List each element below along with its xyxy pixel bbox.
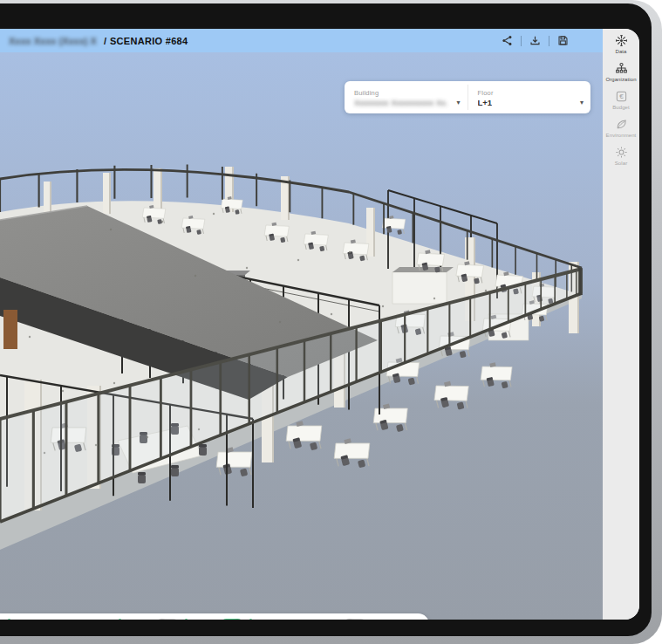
green-separator [185, 619, 188, 620]
building-select[interactable]: Building Xxxxxxxx Xxxxxxxxxx Xx. ▾ [345, 81, 467, 113]
sidebar-item-label: Budget [612, 105, 630, 110]
macro-toggle[interactable] [156, 619, 179, 620]
sidebar-item-label: Solar [615, 161, 628, 166]
building-value: Xxxxxxxx Xxxxxxxxxx Xx. [354, 98, 448, 107]
tablet-device-frame: Building Xxxxxxxx Xxxxxxxxxx Xx. ▾ Floor… [0, 0, 662, 644]
screenshot-stage: Building Xxxxxxxx Xxxxxxxxxx Xx. ▾ Floor… [0, 0, 662, 644]
view-toolbar: View 2D 3D 4D Macro Micro General arrang… [0, 613, 429, 620]
sidebar-item-label: Environment [606, 133, 637, 138]
action-divider [521, 36, 522, 46]
svg-text:€: € [619, 92, 624, 100]
green-separator [8, 619, 10, 620]
sidebar-item-environment[interactable]: Environment [603, 118, 639, 138]
micro-toggle[interactable] [221, 619, 243, 620]
green-separator [119, 619, 121, 620]
building-label: Building [354, 89, 461, 97]
download-icon[interactable] [529, 35, 541, 46]
chevron-down-icon: ▾ [456, 99, 460, 106]
save-icon[interactable] [557, 35, 569, 46]
floor-select[interactable]: Floor L+1 ▾ [468, 81, 591, 113]
sidebar-item-data[interactable]: Data [603, 34, 639, 54]
top-bar: Xxxx Xxxx (Xxxx) X / SCENARIO #684 [0, 29, 604, 52]
sidebar-item-label: Data [615, 49, 626, 54]
data-icon [615, 34, 628, 47]
share-icon[interactable] [502, 35, 513, 46]
budget-icon: € [615, 90, 628, 103]
scenario-title: SCENARIO #684 [110, 36, 188, 46]
3d-viewport[interactable]: Building Xxxxxxxx Xxxxxxxxxx Xx. ▾ Floor… [0, 52, 604, 620]
sidebar-item-label: Organization [605, 77, 636, 82]
action-divider [549, 36, 549, 46]
organization-icon [615, 62, 628, 75]
chevron-down-icon: ▾ [580, 99, 584, 106]
sidebar-item-solar[interactable]: Solar [603, 146, 639, 166]
floor-value: L+1 [478, 98, 493, 107]
filter-panel: Building Xxxxxxxx Xxxxxxxxxx Xx. ▾ Floor… [345, 81, 590, 113]
app-window: Building Xxxxxxxx Xxxxxxxxxx Xx. ▾ Floor… [0, 29, 639, 620]
environment-icon [615, 118, 628, 131]
sidebar-item-budget[interactable]: € Budget [603, 90, 639, 110]
breadcrumb-separator: / [104, 36, 106, 46]
green-separator [249, 619, 252, 620]
right-sidebar: Data Organization [603, 29, 639, 620]
project-name-breadcrumb[interactable]: Xxxx Xxxx (Xxxx) X [9, 36, 97, 46]
floor-label: Floor [478, 89, 584, 97]
sidebar-item-organization[interactable]: Organization [603, 62, 639, 82]
general-arrangement-toggle[interactable] [344, 619, 366, 620]
scene-svg [0, 52, 604, 620]
solar-icon [615, 146, 628, 159]
